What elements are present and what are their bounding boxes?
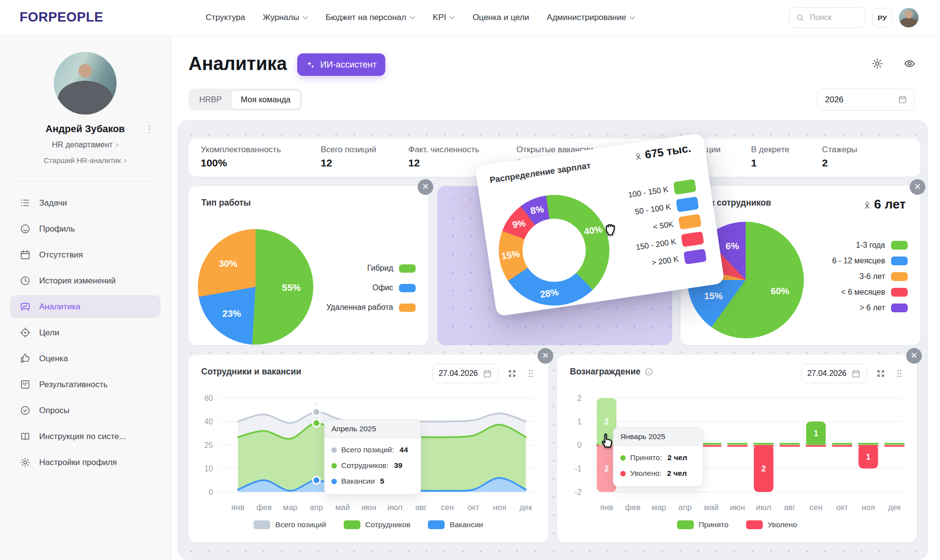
sidebar-item[interactable]: Отсутствия	[0, 242, 170, 268]
tooltip-row: Сотрудников:39	[331, 458, 414, 473]
legend-item: Уволено	[746, 520, 797, 529]
user-role[interactable]: Старший HR-аналитик›	[0, 156, 170, 165]
bar-chart-legend: ПринятоУволено	[557, 520, 917, 529]
svg-text:фев: фев	[257, 503, 272, 512]
nav-item[interactable]: Бюджет на персонал	[326, 13, 415, 23]
sidebar-item-label: Оценка	[39, 354, 68, 364]
brand-logo[interactable]: FORPEOPLE	[20, 10, 103, 25]
legend-item: Принято	[677, 520, 728, 529]
pointer-hand-cursor	[598, 431, 617, 449]
legend-item: Вакансии	[428, 520, 483, 529]
svg-text:ноя: ноя	[493, 503, 506, 512]
sidebar-item[interactable]: Результативность	[0, 372, 170, 397]
main-menu: СтруктураЖурналыБюджет на персоналKPIОце…	[206, 0, 635, 35]
sidebar-item[interactable]: Аналитика	[0, 294, 170, 320]
close-icon[interactable]: ✕	[538, 348, 553, 364]
tooltip-row: Всего позиций:44	[331, 442, 414, 458]
tab-hrbp[interactable]: HRBP	[190, 90, 231, 109]
work-type-card: ✕ Тип работы 55%23%30% ГибридОфисУдаленн…	[188, 186, 428, 345]
svg-text:окт: окт	[836, 503, 848, 512]
stat-item: В декрете1	[751, 145, 789, 169]
svg-text:мар: мар	[283, 503, 298, 512]
sidebar-item[interactable]: Настройки профиля	[0, 449, 170, 475]
work-type-pie-chart[interactable]: 55%23%30%	[198, 229, 313, 345]
eye-icon	[904, 58, 916, 70]
navbar-avatar[interactable]	[899, 8, 918, 27]
svg-text:-1: -1	[575, 465, 582, 473]
year-value: 2026	[825, 95, 844, 105]
view-tabs: HRBPМоя команда	[188, 89, 302, 111]
stat-item: Всего позиций12	[321, 145, 376, 169]
sidebar-item-label: Аналитика	[39, 302, 80, 312]
svg-text:60: 60	[204, 394, 213, 402]
pie-slice-label: 23%	[222, 308, 241, 319]
svg-text:2: 2	[605, 418, 609, 426]
thumbs-up-icon	[20, 353, 31, 364]
chevron-down-icon	[449, 16, 455, 20]
stat-item: ции	[706, 145, 721, 155]
sidebar-item[interactable]: Цели	[0, 320, 170, 346]
sidebar-item[interactable]: Оценка	[0, 346, 170, 372]
nav-item[interactable]: KPI	[433, 13, 455, 23]
svg-text:-2: -2	[575, 488, 582, 496]
svg-text:2: 2	[761, 465, 766, 473]
nav-item[interactable]: Администрирование	[547, 13, 635, 23]
pie-slice-label: 15%	[704, 291, 723, 302]
settings-gear-button[interactable]	[868, 54, 887, 73]
sidebar-item[interactable]: Опросы	[0, 397, 170, 423]
stat-item: Укомплектованность100%	[201, 145, 281, 169]
close-icon[interactable]: ✕	[910, 179, 925, 195]
pie-slice-label: 55%	[282, 282, 301, 293]
year-select[interactable]: 2026	[817, 89, 915, 111]
chevron-right-icon: ›	[116, 140, 118, 149]
app-window: FORPEOPLE СтруктураЖурналыБюджет на перс…	[0, 0, 940, 560]
salary-donut-chart[interactable]: 40%28%15%9%8%	[491, 187, 617, 313]
nav-item[interactable]: Журналы	[263, 13, 308, 23]
sidebar: Андрей Зубаков ⋮ HR департамент› Старший…	[0, 35, 171, 560]
gear-icon	[20, 457, 31, 468]
donut-hole	[518, 214, 590, 286]
view-eye-button[interactable]	[900, 54, 919, 73]
sidebar-item[interactable]: Задачи	[0, 190, 170, 216]
svg-text:авг: авг	[415, 503, 427, 512]
legend-item: 3-6 лет	[832, 269, 908, 284]
legend-item: > 6 лет	[832, 300, 908, 316]
chevron-down-icon	[410, 16, 415, 20]
language-button[interactable]: РУ	[872, 8, 892, 27]
search-input[interactable]	[809, 13, 855, 23]
pie-slice-label: 6%	[726, 241, 739, 252]
tenure-average: x̄ 6 лет	[865, 197, 906, 212]
svg-text:2: 2	[605, 465, 609, 473]
close-icon[interactable]: ✕	[906, 348, 922, 364]
svg-text:0: 0	[577, 441, 582, 449]
user-avatar[interactable]	[54, 52, 117, 115]
legend-item: Гибрид	[326, 258, 416, 278]
legend-item: 1-3 года	[832, 237, 908, 253]
ai-assistant-button[interactable]: ИИ-ассистент	[297, 53, 385, 76]
user-menu-dots-icon[interactable]: ⋮	[145, 127, 154, 132]
history-icon	[20, 275, 31, 286]
legend-item: Всего позиций	[254, 520, 326, 529]
chart-tooltip: Январь 2025 Принято:2 челУволено:2 чел	[613, 427, 703, 487]
stat-item: Факт. численность12	[408, 145, 479, 169]
nav-item[interactable]: Оценка и цели	[472, 13, 529, 23]
work-type-legend: ГибридОфисУдаленная работа	[326, 258, 416, 317]
tasks-icon	[20, 197, 31, 209]
survey-icon	[20, 405, 31, 416]
salary-legend: 100 - 150 K50 - 100 K< 50K150 - 200 K> 2…	[627, 177, 707, 274]
analytics-icon	[20, 301, 31, 312]
tab-моя-команда[interactable]: Моя команда	[231, 90, 301, 109]
search-box[interactable]	[789, 7, 866, 28]
sidebar-item[interactable]: Профиль	[0, 216, 170, 242]
nav-item[interactable]: Структура	[206, 13, 245, 23]
svg-text:апр: апр	[679, 503, 692, 512]
sidebar-item-label: История изменений	[39, 276, 116, 286]
sidebar-item[interactable]: История изменений	[0, 268, 170, 294]
svg-text:10: 10	[204, 465, 213, 473]
svg-text:дек: дек	[888, 503, 901, 512]
user-department[interactable]: HR департамент›	[0, 140, 170, 150]
stat-item: Стажеры2	[822, 145, 857, 169]
sidebar-item[interactable]: Инструкция по систе...	[0, 423, 170, 449]
sparkles-icon	[306, 60, 315, 70]
close-icon[interactable]: ✕	[418, 179, 433, 195]
